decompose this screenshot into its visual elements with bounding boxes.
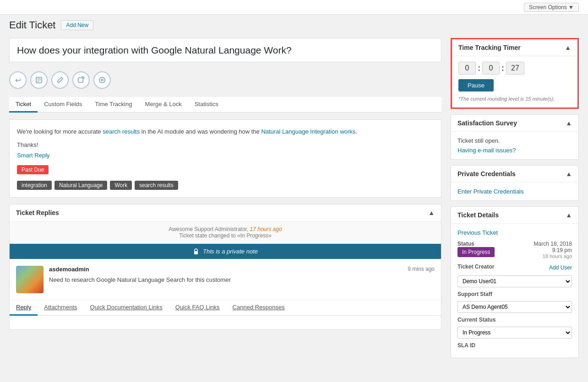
private-credentials-box: Private Credentials ▲ Enter Private Cred… xyxy=(451,165,579,201)
right-sidebar: Time Tracking Timer ▲ 0 : 0 : 27 Pause *… xyxy=(451,38,579,358)
support-staff-select[interactable]: AS Demo Agent05 xyxy=(457,301,572,313)
body-text-1: We're looking for more accurate xyxy=(17,128,103,135)
ticket-creator-label: Ticket Creator xyxy=(457,264,494,270)
reply-content: asdemoadmin 9 mins ago Need to research … xyxy=(49,266,435,293)
ticket-tabs: Ticket Custom Fields Time Tracking Merge… xyxy=(9,97,441,113)
satisfaction-survey-box: Satisfaction Survey ▲ Ticket still open.… xyxy=(451,114,579,160)
sla-id-label: SLA ID xyxy=(457,342,572,349)
ticket-details-collapse[interactable]: ▲ xyxy=(566,211,572,219)
sla-id-section: SLA ID xyxy=(457,342,572,349)
reply-meta: asdemoadmin 9 mins ago xyxy=(49,266,435,273)
main-layout: How does your integration with Google Na… xyxy=(0,31,588,365)
tab-statistics[interactable]: Statistics xyxy=(188,97,225,113)
natural-language-link[interactable]: Natural Language Integration works xyxy=(261,128,355,135)
status-time: 9:19 pm xyxy=(534,247,572,253)
reply-icon-button[interactable]: ↩ xyxy=(9,71,27,89)
pause-button[interactable]: Pause xyxy=(458,79,494,91)
current-status-section: Current Status In Progress xyxy=(457,317,572,339)
tab-custom-fields[interactable]: Custom Fields xyxy=(38,97,88,113)
tab-merge-lock[interactable]: Merge & Lock xyxy=(138,97,188,113)
creator-header: Ticket Creator Add User xyxy=(457,264,572,272)
reply-tab-canned[interactable]: Canned Responses xyxy=(226,300,291,316)
history-icon-button[interactable] xyxy=(93,71,111,89)
avatar xyxy=(16,266,44,293)
state-change-text: Ticket state changed to «In Progress» xyxy=(179,232,272,239)
ticket-body: We're looking for more accurate search r… xyxy=(17,127,434,137)
tags-row: integration Natural Language Work search… xyxy=(17,181,434,190)
support-staff-label: Support Staff xyxy=(457,291,572,297)
past-due-badge: Past Due xyxy=(17,165,49,174)
svg-rect-4 xyxy=(78,78,83,82)
ticket-creator-select[interactable]: Demo User01 xyxy=(457,275,572,287)
ticket-title-box: How does your integration with Google Na… xyxy=(9,38,441,62)
replies-header: Ticket Replies ▲ xyxy=(10,204,441,221)
page-header: Edit Ticket Add New xyxy=(0,15,588,31)
toolbar-icons: ↩ xyxy=(9,68,441,92)
reply-tabs: Reply Attachments Quick Documentation Li… xyxy=(10,300,441,316)
status-date-area: March 18, 2018 9:19 pm 18 hours ago xyxy=(534,241,572,259)
status-label: Status xyxy=(457,241,495,247)
ticket-content-box: We're looking for more accurate search r… xyxy=(9,119,441,198)
replies-title: Ticket Replies xyxy=(16,209,59,216)
tab-time-tracking[interactable]: Time Tracking xyxy=(88,97,138,113)
status-ago: 18 hours ago xyxy=(534,253,572,259)
edit-icon-button[interactable] xyxy=(51,71,69,89)
time-tracking-body: 0 : 0 : 27 Pause *The current rounding l… xyxy=(452,56,577,108)
note-icon-button[interactable] xyxy=(30,71,48,89)
tab-ticket[interactable]: Ticket xyxy=(9,97,38,113)
time-digits: 0 : 0 : 27 xyxy=(458,62,571,75)
screen-options-button[interactable]: Screen Options ▼ xyxy=(524,3,579,12)
current-status-label: Current Status xyxy=(457,317,572,323)
satisfaction-survey-header: Satisfaction Survey ▲ xyxy=(451,115,578,132)
ticket-title: How does your integration with Google Na… xyxy=(17,44,434,56)
svg-rect-9 xyxy=(194,251,198,254)
rounding-note: *The current rounding level is 15 minute… xyxy=(458,96,555,102)
previous-ticket-link[interactable]: Previous Ticket xyxy=(457,229,572,236)
svg-point-8 xyxy=(101,79,103,81)
add-user-link[interactable]: Add User xyxy=(549,264,572,271)
state-change-row: Awesome Support Administrator, 17 hours … xyxy=(10,221,441,244)
private-credentials-header: Private Credentials ▲ xyxy=(451,166,578,183)
tag-work: Work xyxy=(110,181,132,190)
status-row: Status In Progress March 18, 2018 9:19 p… xyxy=(457,241,572,259)
smart-reply-link[interactable]: Smart Reply xyxy=(17,152,434,159)
seconds-digit: 27 xyxy=(506,62,524,75)
current-status-select[interactable]: In Progress xyxy=(457,327,572,339)
enter-private-credentials-link[interactable]: Enter Private Credentials xyxy=(457,188,524,195)
private-credentials-collapse[interactable]: ▲ xyxy=(566,170,572,178)
forward-icon-button[interactable] xyxy=(72,71,90,89)
reply-tab-attachments[interactable]: Attachments xyxy=(38,300,83,316)
satisfaction-survey-collapse[interactable]: ▲ xyxy=(566,119,572,127)
reply-tab-quick-faq[interactable]: Quick FAQ Links xyxy=(169,300,226,316)
time-tracking-box: Time Tracking Timer ▲ 0 : 0 : 27 Pause *… xyxy=(451,38,579,109)
email-issues-link[interactable]: Having e-mail issues? xyxy=(457,147,516,154)
status-label-area: Status In Progress xyxy=(457,241,495,257)
page-title: Edit Ticket xyxy=(9,19,55,31)
ticket-still-open-text: Ticket still open. xyxy=(457,137,572,144)
add-new-button[interactable]: Add New xyxy=(61,20,93,30)
left-column: How does your integration with Google Na… xyxy=(9,38,441,336)
ticket-details-title: Ticket Details xyxy=(457,211,499,219)
state-change-timestamp: 17 hours ago xyxy=(250,226,282,232)
time-tracking-collapse[interactable]: ▲ xyxy=(565,44,571,51)
body-text-2: in the AI module and was wondering how t… xyxy=(140,128,261,135)
reply-author: asdemoadmin xyxy=(49,266,89,273)
tag-search-results: search results xyxy=(135,181,178,190)
minutes-digit: 0 xyxy=(482,62,500,75)
svg-point-7 xyxy=(99,77,105,83)
private-credentials-title: Private Credentials xyxy=(457,170,516,178)
private-note-text: This is a private note xyxy=(203,248,258,255)
private-note-bar: This is a private note xyxy=(10,244,441,259)
reply-area-spacer xyxy=(10,316,441,329)
reply-text: Need to research Google Natural Language… xyxy=(49,275,435,285)
ticket-creator-section: Ticket Creator Add User Demo User01 xyxy=(457,264,572,287)
colon-2: : xyxy=(501,64,504,73)
search-results-link[interactable]: search results xyxy=(103,128,140,135)
replies-collapse-arrow[interactable]: ▲ xyxy=(428,209,435,216)
reply-item: asdemoadmin 9 mins ago Need to research … xyxy=(10,259,441,300)
private-credentials-body: Enter Private Credentials xyxy=(451,183,578,200)
status-date: March 18, 2018 xyxy=(534,241,572,247)
reply-tab-quick-docs[interactable]: Quick Documentation Links xyxy=(84,300,169,316)
thanks-text: Thanks! xyxy=(17,141,434,148)
reply-tab-reply[interactable]: Reply xyxy=(10,300,38,316)
